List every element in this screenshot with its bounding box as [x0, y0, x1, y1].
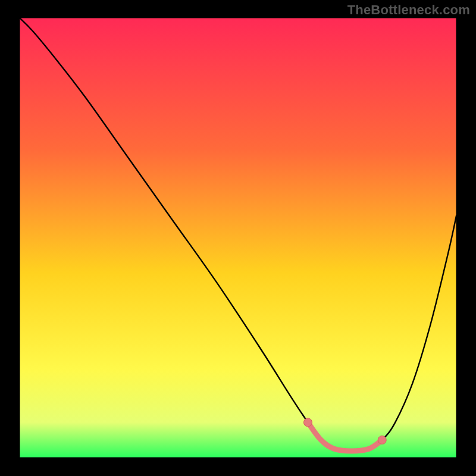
- heatmap-background: [20, 18, 456, 458]
- watermark-text: TheBottleneck.com: [347, 2, 470, 18]
- chart-frame: TheBottleneck.com: [0, 0, 476, 476]
- optimal-point-1: [378, 436, 386, 444]
- optimal-point-0: [303, 418, 312, 427]
- bottleneck-curve-plot: [0, 0, 476, 476]
